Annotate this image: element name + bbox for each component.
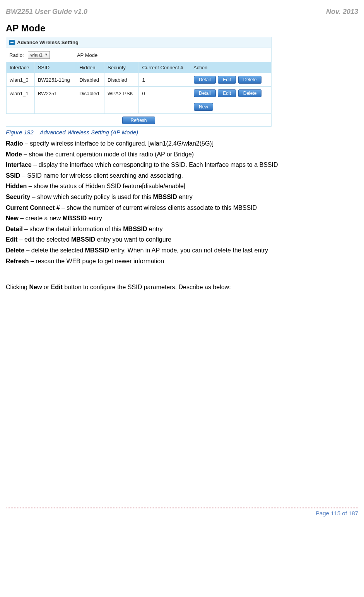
delete-button[interactable]: Delete: [238, 76, 262, 84]
def-interface: Interface – display the interface which …: [6, 161, 358, 169]
cell-hidden: Disabled: [76, 87, 104, 100]
col-security: Security: [104, 62, 139, 73]
col-ssid: SSID: [34, 62, 76, 73]
header-right: Nov. 2013: [326, 8, 358, 16]
ssid-table: Interface SSID Hidden Security Current C…: [6, 62, 271, 114]
detail-button[interactable]: Detail: [194, 89, 216, 97]
cell-hidden: Disabled: [76, 73, 104, 87]
col-interface: Interface: [7, 62, 35, 73]
refresh-row: Refresh: [6, 114, 271, 126]
panel-title-text: Advance Wireless Setting: [17, 39, 79, 45]
def-refresh: Refresh – rescan the WEB page to get new…: [6, 257, 358, 266]
page-header: BW2251 User Guide v1.0 Nov. 2013: [6, 8, 358, 16]
col-action: Action: [190, 62, 271, 73]
delete-button[interactable]: Delete: [238, 89, 262, 97]
table-row: wlan1_1 BW2251 Disabled WPA2-PSK 0 Detai…: [7, 87, 271, 100]
radio-select[interactable]: wlan1: [28, 51, 50, 59]
radio-row: Radio: wlan1 AP Mode: [6, 48, 271, 62]
cell-action: New: [190, 100, 271, 114]
edit-button[interactable]: Edit: [218, 89, 236, 97]
wireless-setting-panel: Advance Wireless Setting Radio: wlan1 AP…: [6, 37, 272, 127]
table-header-row: Interface SSID Hidden Security Current C…: [7, 62, 271, 73]
page-number: Page 115 of 187: [6, 510, 358, 516]
edit-button[interactable]: Edit: [218, 76, 236, 84]
def-current: Current Connect # – show the number of c…: [6, 204, 358, 212]
cell-current: 1: [139, 73, 190, 87]
radio-label: Radio:: [9, 52, 24, 58]
col-hidden: Hidden: [76, 62, 104, 73]
mode-label: AP Mode: [77, 52, 97, 58]
def-edit: Edit – edit the selected MBSSID entry yo…: [6, 235, 358, 244]
cell-action: Detail Edit Delete: [190, 87, 271, 100]
figure-caption: Figure 192 – Advanced Wireless Setting (…: [6, 129, 358, 136]
def-security: Security – show which security policy is…: [6, 193, 358, 201]
col-current: Current Connect #: [139, 62, 190, 73]
def-delete: Delete – delete the selected MBSSID entr…: [6, 246, 358, 255]
table-row: wlan1_0 BW2251-11ng Disabled Disabled 1 …: [7, 73, 271, 87]
def-radio: Radio – specify wireless interface to be…: [6, 139, 358, 148]
cell-interface: wlan1_1: [7, 87, 35, 100]
def-mode: Mode – show the current operation mode o…: [6, 150, 358, 159]
header-left: BW2251 User Guide v1.0: [6, 8, 87, 16]
panel-icon: [9, 40, 15, 45]
def-ssid: SSID – SSID name for wireless client sea…: [6, 172, 358, 180]
cell-security: Disabled: [104, 73, 139, 87]
cell-empty: [7, 100, 35, 114]
detail-button[interactable]: Detail: [194, 76, 216, 84]
panel-title-bar: Advance Wireless Setting: [6, 37, 271, 48]
cell-ssid: BW2251-11ng: [34, 73, 76, 87]
def-new: New – create a new MBSSID entry: [6, 214, 358, 223]
cell-interface: wlan1_0: [7, 73, 35, 87]
cell-security: WPA2-PSK: [104, 87, 139, 100]
page-footer: Page 115 of 187: [6, 508, 358, 516]
def-detail: Detail – show the detail information of …: [6, 225, 358, 233]
footer-divider: [6, 508, 358, 508]
body-paragraph: Clicking New or Edit button to configure…: [6, 284, 358, 291]
def-hidden: Hidden – show the status of Hidden SSID …: [6, 182, 358, 190]
table-row: New: [7, 100, 271, 114]
cell-action: Detail Edit Delete: [190, 73, 271, 87]
cell-current: 0: [139, 87, 190, 100]
refresh-button[interactable]: Refresh: [122, 117, 155, 124]
cell-ssid: BW2251: [34, 87, 76, 100]
section-title: AP Mode: [6, 23, 358, 34]
new-button[interactable]: New: [194, 103, 213, 111]
